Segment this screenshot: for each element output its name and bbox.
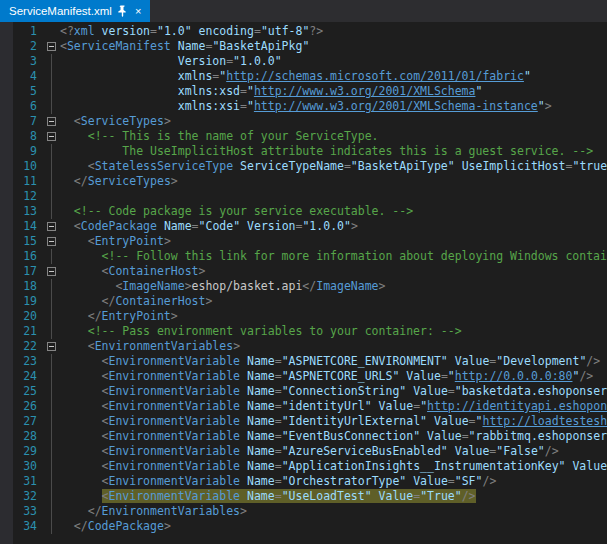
code-text: <EnvironmentVariable Name="EventBusConne… <box>60 429 607 444</box>
fold-guide <box>43 144 60 159</box>
code-line[interactable]: 25 <EnvironmentVariable Name="Connection… <box>13 384 607 399</box>
line-number: 17 <box>13 264 43 279</box>
line-number: 2 <box>13 39 43 54</box>
line-number: 21 <box>13 324 43 339</box>
code-line[interactable]: 28 <EnvironmentVariable Name="EventBusCo… <box>13 429 607 444</box>
code-text: <EnvironmentVariable Name="AzureServiceB… <box>60 444 559 459</box>
fold-guide <box>43 384 60 399</box>
code-line[interactable]: 32 <EnvironmentVariable Name="UseLoadTes… <box>13 489 607 504</box>
code-line[interactable]: 24 <EnvironmentVariable Name="ASPNETCORE… <box>13 369 607 384</box>
fold-guide <box>43 54 60 69</box>
fold-collapse-icon[interactable] <box>43 114 60 129</box>
code-line[interactable]: 3 Version="1.0.0" <box>13 54 607 69</box>
line-number: 9 <box>13 144 43 159</box>
line-number: 20 <box>13 309 43 324</box>
tab-bar: ServiceManifest.xml × <box>0 0 607 22</box>
code-text: The UseImplicitHost attribute indicates … <box>60 144 593 159</box>
code-line[interactable]: 34 </CodePackage> <box>13 519 607 534</box>
code-line[interactable]: 31 <EnvironmentVariable Name="Orchestrat… <box>13 474 607 489</box>
fold-collapse-icon[interactable] <box>43 129 60 144</box>
code-line[interactable]: 27 <EnvironmentVariable Name="IdentityUr… <box>13 414 607 429</box>
code-line[interactable]: 10 <StatelessServiceType ServiceTypeName… <box>13 159 607 174</box>
code-line[interactable]: 12 <box>13 189 607 204</box>
code-text: <ServiceManifest Name="BasketApiPkg" <box>60 39 309 54</box>
line-number: 16 <box>13 249 43 264</box>
code-line[interactable]: 23 <EnvironmentVariable Name="ASPNETCORE… <box>13 354 607 369</box>
fold-collapse-icon[interactable] <box>43 39 60 54</box>
code-text: <EnvironmentVariable Name="UseLoadTest" … <box>60 489 476 504</box>
code-text: <ServiceTypes> <box>60 114 171 129</box>
code-text: <EnvironmentVariable Name="identityUrl" … <box>60 399 607 414</box>
tab-servicemanifest[interactable]: ServiceManifest.xml × <box>0 0 150 22</box>
fold-collapse-icon[interactable] <box>43 339 60 354</box>
fold-guide <box>43 69 60 84</box>
code-line[interactable]: 9 The UseImplicitHost attribute indicate… <box>13 144 607 159</box>
fold-guide <box>43 444 60 459</box>
code-text: <EnvironmentVariable Name="ASPNETCORE_EN… <box>60 354 600 369</box>
code-line[interactable]: 4 xmlns="http://schemas.microsoft.com/20… <box>13 69 607 84</box>
code-text: <?xml version="1.0" encoding="utf-8"?> <box>60 24 323 39</box>
line-number: 4 <box>13 69 43 84</box>
fold-guide <box>43 309 60 324</box>
fold-guide <box>43 399 60 414</box>
code-line[interactable]: 8 <!-- This is the name of your ServiceT… <box>13 129 607 144</box>
code-line[interactable]: 13 <!-- Code package is your service exe… <box>13 204 607 219</box>
fold-guide <box>43 279 60 294</box>
fold-guide <box>43 414 60 429</box>
code-line[interactable]: 14 <CodePackage Name="Code" Version="1.0… <box>13 219 607 234</box>
code-line[interactable]: 16 <!-- Follow this link for more inform… <box>13 249 607 264</box>
code-line[interactable]: 26 <EnvironmentVariable Name="identityUr… <box>13 399 607 414</box>
code-line[interactable]: 2<ServiceManifest Name="BasketApiPkg" <box>13 39 607 54</box>
line-number: 15 <box>13 234 43 249</box>
line-number: 5 <box>13 84 43 99</box>
code-line[interactable]: 17 <ContainerHost> <box>13 264 607 279</box>
fold-collapse-icon[interactable] <box>43 234 60 249</box>
code-line[interactable]: 18 <ImageName>eshop/basket.api</ImageNam… <box>13 279 607 294</box>
fold-guide <box>43 429 60 444</box>
pin-icon[interactable] <box>118 5 127 17</box>
line-number: 27 <box>13 414 43 429</box>
code-line[interactable]: 1<?xml version="1.0" encoding="utf-8"?> <box>13 24 607 39</box>
fold-guide <box>43 519 60 534</box>
line-number: 18 <box>13 279 43 294</box>
code-line[interactable]: 21 <!-- Pass environment variables to yo… <box>13 324 607 339</box>
code-line[interactable]: 15 <EntryPoint> <box>13 234 607 249</box>
code-text: </ContainerHost> <box>60 294 212 309</box>
code-text: </EntryPoint> <box>60 309 178 324</box>
code-text: <EnvironmentVariable Name="ApplicationIn… <box>60 459 607 474</box>
code-line[interactable]: 22 <EnvironmentVariables> <box>13 339 607 354</box>
code-text: </EnvironmentVariables> <box>60 504 247 519</box>
fold-guide <box>43 459 60 474</box>
tab-title: ServiceManifest.xml <box>9 5 112 17</box>
line-number: 19 <box>13 294 43 309</box>
code-editor[interactable]: 1<?xml version="1.0" encoding="utf-8"?>2… <box>0 22 607 544</box>
fold-guide <box>43 474 60 489</box>
code-text: <!-- Follow this link for more informati… <box>60 249 607 264</box>
code-line[interactable]: 30 <EnvironmentVariable Name="Applicatio… <box>13 459 607 474</box>
fold-guide <box>43 99 60 114</box>
fold-guide <box>43 249 60 264</box>
fold-guide <box>43 174 60 189</box>
code-text: Version="1.0.0" <box>60 54 282 69</box>
code-line[interactable]: 33 </EnvironmentVariables> <box>13 504 607 519</box>
fold-collapse-icon[interactable] <box>43 219 60 234</box>
code-text: </CodePackage> <box>60 519 171 534</box>
code-line[interactable]: 29 <EnvironmentVariable Name="AzureServi… <box>13 444 607 459</box>
fold-collapse-icon[interactable] <box>43 264 60 279</box>
code-line[interactable]: 11 </ServiceTypes> <box>13 174 607 189</box>
indicator-margin <box>0 22 13 544</box>
code-line[interactable]: 7 <ServiceTypes> <box>13 114 607 129</box>
close-icon[interactable]: × <box>133 5 143 18</box>
code-text: <!-- This is the name of your ServiceTyp… <box>60 129 379 144</box>
fold-guide <box>43 204 60 219</box>
code-line[interactable]: 20 </EntryPoint> <box>13 309 607 324</box>
code-line[interactable]: 6 xmlns:xsi="http://www.w3.org/2001/XMLS… <box>13 99 607 114</box>
code-line[interactable]: 5 xmlns:xsd="http://www.w3.org/2001/XMLS… <box>13 84 607 99</box>
line-number: 14 <box>13 219 43 234</box>
code-line[interactable]: 19 </ContainerHost> <box>13 294 607 309</box>
line-number: 31 <box>13 474 43 489</box>
line-number: 28 <box>13 429 43 444</box>
code-text: <!-- Code package is your service execut… <box>60 204 413 219</box>
code-text: </ServiceTypes> <box>60 174 178 189</box>
fold-guide <box>43 354 60 369</box>
